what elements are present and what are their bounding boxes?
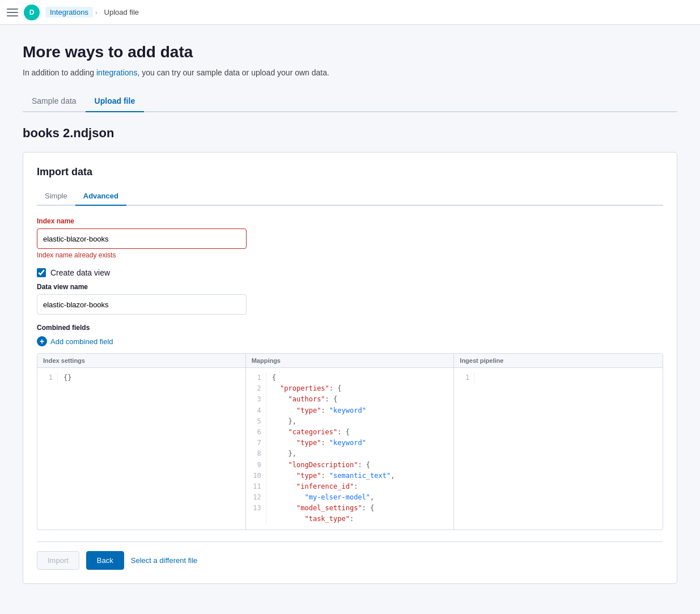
editors-row: Index settings 1 {} Mappings 12345 67891… bbox=[37, 353, 663, 530]
data-view-name-input[interactable] bbox=[37, 294, 247, 315]
mappings-content: { "properties": { "authors": { "type": "… bbox=[266, 372, 401, 525]
tab-advanced[interactable]: Advanced bbox=[75, 187, 126, 206]
mappings-panel: Mappings 12345 678910 111213 { "properti… bbox=[246, 354, 455, 530]
combined-fields-label: Combined fields bbox=[37, 324, 663, 332]
import-card: Import data Simple Advanced Index name ⚠… bbox=[23, 152, 677, 584]
integrations-link[interactable]: integrations bbox=[96, 68, 137, 77]
ingest-pipeline-code[interactable]: 1 bbox=[454, 368, 663, 388]
breadcrumb-integrations[interactable]: Integrations bbox=[45, 7, 93, 18]
index-settings-code[interactable]: 1 {} bbox=[37, 368, 245, 388]
index-name-input[interactable] bbox=[37, 228, 247, 249]
topbar: D Integrations › Upload file bbox=[0, 0, 700, 25]
index-name-label: Index name bbox=[37, 217, 663, 225]
breadcrumb-current: Upload file bbox=[100, 7, 143, 18]
import-card-title: Import data bbox=[37, 166, 663, 178]
subtitle-suffix: , you can try our sample data or upload … bbox=[137, 68, 329, 77]
select-different-file-link[interactable]: Select a different file bbox=[131, 552, 198, 569]
back-button[interactable]: Back bbox=[86, 551, 124, 570]
create-data-view-checkbox[interactable] bbox=[37, 268, 46, 277]
avatar: D bbox=[24, 5, 40, 20]
ingest-pipeline-content bbox=[474, 372, 486, 383]
page-content: More ways to add data In addition to add… bbox=[0, 25, 700, 602]
page-title: More ways to add data bbox=[23, 43, 677, 61]
breadcrumb-separator: › bbox=[95, 9, 97, 16]
inner-tabs: Simple Advanced bbox=[37, 187, 663, 206]
index-settings-panel: Index settings 1 {} bbox=[37, 354, 246, 530]
subtitle-prefix: In addition to adding bbox=[23, 68, 96, 77]
page-subtitle: In addition to adding integrations, you … bbox=[23, 68, 677, 77]
create-data-view-row: Create data view bbox=[37, 268, 663, 277]
card-footer: Import Back Select a different file bbox=[37, 541, 663, 570]
ingest-pipeline-label: Ingest pipeline bbox=[454, 354, 663, 368]
data-view-name-label: Data view name bbox=[37, 283, 663, 291]
breadcrumb: Integrations › Upload file bbox=[45, 7, 143, 18]
add-combined-field-button[interactable]: + Add combined field bbox=[37, 336, 663, 346]
file-title: books 2.ndjson bbox=[23, 126, 677, 141]
mappings-code[interactable]: 12345 678910 111213 { "properties": { "a… bbox=[246, 368, 454, 530]
add-combined-field-label: Add combined field bbox=[50, 337, 113, 346]
plus-circle-icon: + bbox=[37, 336, 47, 346]
ingest-pipeline-panel: Ingest pipeline 1 bbox=[454, 354, 663, 530]
index-settings-line-numbers: 1 bbox=[37, 372, 58, 383]
ingest-pipeline-line-numbers: 1 bbox=[454, 372, 474, 383]
create-data-view-label: Create data view bbox=[50, 268, 110, 277]
tab-sample-data[interactable]: Sample data bbox=[23, 91, 86, 112]
index-settings-content: {} bbox=[58, 372, 77, 383]
tab-simple[interactable]: Simple bbox=[37, 187, 75, 206]
import-button[interactable]: Import bbox=[37, 551, 79, 570]
index-settings-label: Index settings bbox=[37, 354, 245, 368]
mappings-label: Mappings bbox=[246, 354, 454, 368]
mappings-line-numbers: 12345 678910 111213 bbox=[246, 372, 266, 525]
main-tabs: Sample data Upload file bbox=[23, 91, 677, 112]
hamburger-menu[interactable] bbox=[7, 7, 18, 18]
tab-upload-file[interactable]: Upload file bbox=[86, 91, 145, 112]
index-name-error: Index name already exists bbox=[37, 251, 663, 259]
